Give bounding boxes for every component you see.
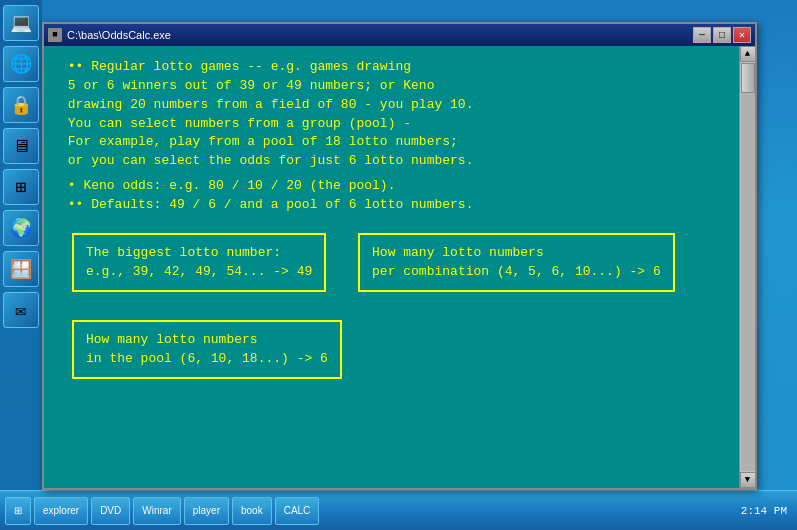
taskbar: ⊞ explorer DVD Winrar player book CALC 2… <box>0 490 797 530</box>
sidebar-icon-computer[interactable]: 💻 <box>3 5 39 41</box>
sidebar-icon-network[interactable]: 🌐 <box>3 46 39 82</box>
input-label-3-line1: How many lotto numbers <box>86 332 258 347</box>
sidebar-icon-windows[interactable]: 🪟 <box>3 251 39 287</box>
content-area: •• Regular lotto games -- e.g. games dra… <box>44 46 739 488</box>
window-body: •• Regular lotto games -- e.g. games dra… <box>44 46 755 488</box>
input-label-1-line1: The biggest lotto number: <box>86 245 281 260</box>
input-box-combination[interactable]: How many lotto numbers per combination (… <box>358 233 675 292</box>
taskbar-winrar[interactable]: Winrar <box>133 497 180 525</box>
main-window: ■ C:\bas\OddsCalc.exe ─ □ ✕ •• Regular l… <box>42 22 757 490</box>
intro-line-1: •• Regular lotto games -- e.g. games dra… <box>60 59 411 74</box>
sidebar-icon-security[interactable]: 🔒 <box>3 87 39 123</box>
intro-line-2: 5 or 6 winners out of 39 or 49 numbers; … <box>60 78 434 93</box>
start-icon: ⊞ <box>14 505 22 516</box>
window-controls: ─ □ ✕ <box>693 27 751 43</box>
sidebar-icons: 💻 🌐 🔒 🖥 ⊞ 🌍 🪟 ✉ <box>0 0 42 490</box>
maximize-button[interactable]: □ <box>713 27 731 43</box>
intro-line-5: For example, play from a pool of 18 lott… <box>60 134 458 149</box>
input-box-pool[interactable]: How many lotto numbers in the pool (6, 1… <box>72 320 342 379</box>
scroll-track[interactable] <box>741 63 755 471</box>
sidebar-icon-monitor[interactable]: 🖥 <box>3 128 39 164</box>
taskbar-items: ⊞ explorer DVD Winrar player book CALC <box>0 497 324 525</box>
input-label-1-line2: e.g., 39, 42, 49, 54... -> 49 <box>86 264 312 279</box>
desktop: 💻 🌐 🔒 🖥 ⊞ 🌍 🪟 ✉ ■ C:\bas\OddsCalc.exe ─ … <box>0 0 797 530</box>
window-title: C:\bas\OddsCalc.exe <box>67 29 693 41</box>
keno-line: • Keno odds: e.g. 80 / 10 / 20 (the pool… <box>60 178 395 193</box>
intro-line-3: drawing 20 numbers from a field of 80 - … <box>60 97 473 112</box>
taskbar-calc[interactable]: CALC <box>275 497 320 525</box>
scroll-down-button[interactable]: ▼ <box>740 472 756 488</box>
intro-line-6: or you can select the odds for just 6 lo… <box>60 153 473 168</box>
scroll-thumb[interactable] <box>741 63 755 93</box>
window-app-icon: ■ <box>48 28 62 42</box>
defaults-line: •• Defaults: 49 / 6 / and a pool of 6 lo… <box>60 197 473 212</box>
minimize-button[interactable]: ─ <box>693 27 711 43</box>
intro-text: •• Regular lotto games -- e.g. games dra… <box>60 58 723 171</box>
taskbar-start[interactable]: ⊞ <box>5 497 31 525</box>
input-label-2-line1: How many lotto numbers <box>372 245 544 260</box>
taskbar-clock: 2:14 PM <box>731 505 797 517</box>
intro-line-4: You can select numbers from a group (poo… <box>60 116 411 131</box>
input-box-biggest-number[interactable]: The biggest lotto number: e.g., 39, 42, … <box>72 233 326 292</box>
scroll-up-button[interactable]: ▲ <box>740 46 756 62</box>
scrollbar: ▲ ▼ <box>739 46 755 488</box>
taskbar-explorer[interactable]: explorer <box>34 497 88 525</box>
close-button[interactable]: ✕ <box>733 27 751 43</box>
sidebar-icon-microsoft[interactable]: ⊞ <box>3 169 39 205</box>
sidebar-icon-internet[interactable]: 🌍 <box>3 210 39 246</box>
sidebar-icon-mail[interactable]: ✉ <box>3 292 39 328</box>
taskbar-book[interactable]: book <box>232 497 272 525</box>
taskbar-dvd[interactable]: DVD <box>91 497 130 525</box>
taskbar-player[interactable]: player <box>184 497 229 525</box>
keno-defaults-text: • Keno odds: e.g. 80 / 10 / 20 (the pool… <box>60 177 723 215</box>
input-label-2-line2: per combination (4, 5, 6, 10...) -> 6 <box>372 264 661 279</box>
window-titlebar: ■ C:\bas\OddsCalc.exe ─ □ ✕ <box>44 24 755 46</box>
input-label-3-line2: in the pool (6, 10, 18...) -> 6 <box>86 351 328 366</box>
